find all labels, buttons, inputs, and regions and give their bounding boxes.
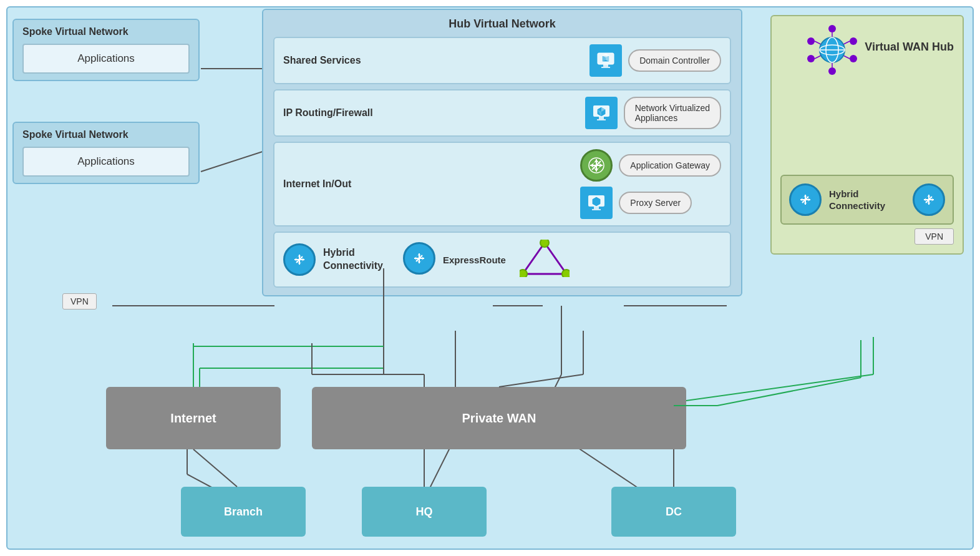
internet-box: Internet (106, 387, 281, 449)
svg-point-73 (807, 55, 815, 62)
dc-node: DC (611, 487, 736, 537)
spoke2-title: Spoke Virtual Network (22, 129, 190, 140)
hub-box: Hub Virtual Network Shared Services (262, 9, 742, 296)
ip-routing-section: IP Routing/Firewall Network VirtualizedA… (273, 89, 731, 137)
svg-point-68 (520, 270, 527, 277)
expressroute-area (403, 242, 435, 277)
app-gateway-badge: Application Gateway (619, 154, 721, 177)
private-wan-label: Private WAN (462, 411, 536, 426)
hq-label: HQ (416, 505, 433, 519)
svg-rect-30 (597, 119, 606, 120)
shared-services-section: Shared Services (273, 37, 731, 84)
svg-rect-22 (603, 64, 608, 67)
svg-point-67 (562, 270, 570, 277)
domain-controller-badge: Domain Controller (628, 49, 721, 72)
shared-services-icons: Domain Controller (589, 44, 721, 77)
private-wan-box: Private WAN (312, 387, 686, 449)
dc-label: DC (666, 505, 682, 519)
spoke2-app: Applications (22, 147, 190, 177)
spoke1-title: Spoke Virtual Network (22, 26, 190, 37)
spoke1-container: Spoke Virtual Network Applications (12, 19, 200, 81)
svg-point-66 (540, 240, 549, 247)
svg-point-72 (828, 67, 836, 75)
spoke2-box: Spoke Virtual Network Applications (12, 122, 200, 184)
hub-container: Hub Virtual Network Shared Services (262, 9, 742, 296)
svg-point-70 (850, 37, 857, 45)
hub-hybrid-label: HybridConnectivity (323, 246, 383, 273)
shared-services-label: Shared Services (283, 55, 395, 66)
internet-inout-section: Internet In/Out (273, 142, 731, 227)
diagram: Spoke Virtual Network Applications Spoke… (0, 0, 980, 556)
svg-rect-44 (594, 207, 599, 209)
expressroute-label: ExpressRoute (443, 255, 506, 265)
svg-marker-46 (592, 197, 601, 207)
vpn-text-left: VPN (62, 293, 97, 310)
svg-point-69 (828, 25, 836, 32)
wan-hub-header: Virtual WAN Hub (780, 25, 954, 75)
ip-routing-icons: Network VirtualizedAppliances (585, 97, 721, 129)
hub-hybrid-section: HybridConnectivity (273, 232, 731, 288)
wan-vpn-label: VPN (915, 228, 954, 245)
spoke1-box: Spoke Virtual Network Applications (12, 19, 200, 81)
hub-title: Hub Virtual Network (273, 17, 731, 31)
branch-label: Branch (224, 505, 263, 519)
lock-icon-3 (789, 183, 822, 216)
svg-rect-45 (592, 209, 601, 210)
lock-icon-1 (283, 243, 316, 276)
lock-icon-4 (913, 183, 945, 216)
gateway-row: Application Gateway (580, 149, 721, 182)
internet-label: Internet (170, 411, 216, 426)
proxy-row: Proxy Server (580, 187, 721, 219)
svg-point-74 (807, 37, 815, 45)
wan-hub-title: Virtual WAN Hub (865, 41, 954, 54)
expressroute-triangle (520, 240, 570, 280)
ip-routing-label: IP Routing/Firewall (283, 107, 395, 119)
internet-inout-label: Internet In/Out (283, 178, 395, 190)
monitor-icon-1 (589, 44, 622, 77)
wan-hub-box: Virtual WAN Hub (770, 15, 964, 255)
wan-hybrid-section: HybridConnectivity (780, 175, 954, 225)
monitor-icon-3 (580, 187, 613, 219)
spoke2-container: Spoke Virtual Network Applications (12, 122, 200, 184)
svg-rect-29 (599, 117, 604, 119)
gateway-icon (580, 149, 613, 182)
nva-badge: Network VirtualizedAppliances (624, 97, 721, 129)
svg-point-71 (850, 55, 857, 62)
svg-rect-23 (601, 67, 610, 68)
lock-icon-2 (403, 242, 435, 275)
internet-icons: Application Gateway Proxy Server (580, 149, 721, 219)
proxy-server-badge: Proxy Server (619, 192, 692, 214)
globe-icon (807, 25, 857, 75)
wan-hybrid-label: HybridConnectivity (829, 188, 885, 212)
hq-node: HQ (362, 487, 487, 537)
spoke1-app: Applications (22, 44, 190, 74)
hub-hybrid-content: HybridConnectivity (283, 240, 570, 280)
branch-node: Branch (181, 487, 306, 537)
monitor-icon-2 (585, 97, 618, 129)
